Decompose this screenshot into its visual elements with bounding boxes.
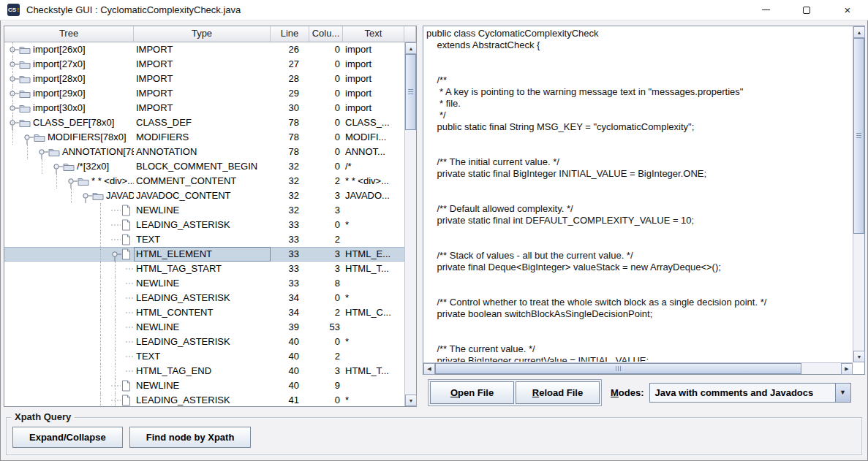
- column-header-text[interactable]: Text: [343, 26, 404, 42]
- tree-node[interactable]: [4, 364, 134, 378]
- tree-node[interactable]: /*[32x0]: [4, 159, 134, 174]
- tree-node[interactable]: import[28x0]: [4, 72, 134, 86]
- code-text[interactable]: public class CyclomaticComplexityCheck e…: [423, 26, 852, 362]
- tree-node[interactable]: [4, 320, 134, 335]
- tree-node[interactable]: [4, 349, 134, 364]
- minimize-button[interactable]: [745, 0, 786, 20]
- tree-row[interactable]: HTML_CONTENT342HTML_C...: [4, 305, 404, 320]
- expand-toggle-icon[interactable]: [7, 42, 19, 57]
- column-header-column[interactable]: Colu...: [309, 26, 343, 42]
- tree-node[interactable]: [4, 378, 134, 393]
- tree-node[interactable]: [4, 291, 134, 305]
- code-vertical-scrollbar[interactable]: ▲ ▼: [853, 26, 864, 362]
- cell-line: 39: [271, 320, 309, 335]
- tree-node[interactable]: JAVADOC_CONTENT: [4, 188, 134, 203]
- column-header-type[interactable]: Type: [134, 26, 271, 42]
- tree-row[interactable]: LEADING_ASTERISK340*: [4, 291, 404, 305]
- tree-node[interactable]: [4, 393, 134, 406]
- tree-row[interactable]: ANNOTATION[78x0]ANNOTATION780ANNOT...: [4, 145, 404, 159]
- tree-guide-line: [42, 159, 42, 174]
- reload-file-button[interactable]: Reload File: [516, 381, 600, 404]
- cell-type: NEWLINE: [134, 203, 271, 218]
- collapse-toggle-icon[interactable]: [7, 115, 19, 130]
- tree-row[interactable]: HTML_TAG_END403HTML_T...: [4, 364, 404, 378]
- collapse-toggle-icon[interactable]: [110, 247, 121, 262]
- tree-node[interactable]: [4, 232, 134, 247]
- tree-row[interactable]: /*[32x0]BLOCK_COMMENT_BEGIN320/*: [4, 159, 404, 174]
- scroll-up-icon[interactable]: ▲: [405, 42, 417, 54]
- find-node-by-xpath-button[interactable]: Find node by Xpath: [129, 427, 252, 448]
- close-button[interactable]: ×: [827, 0, 868, 20]
- collapse-toggle-icon[interactable]: [51, 159, 63, 174]
- tree-row[interactable]: CLASS_DEF[78x0]CLASS_DEF780CLASS_...: [4, 115, 404, 130]
- tree-row[interactable]: * * <div>...COMMENT_CONTENT322* * <div>.…: [4, 174, 404, 188]
- scroll-right-icon[interactable]: ▶: [841, 363, 853, 375]
- file-icon: [121, 205, 131, 216]
- expand-toggle-icon[interactable]: [7, 101, 19, 115]
- tree-row[interactable]: TEXT402: [4, 349, 404, 364]
- tree-row[interactable]: import[26x0]IMPORT260import: [4, 42, 404, 57]
- maximize-button[interactable]: [786, 0, 827, 20]
- scroll-left-icon[interactable]: ◀: [423, 363, 435, 375]
- combo-arrow-icon[interactable]: ▼: [835, 384, 850, 402]
- collapse-toggle-icon[interactable]: [37, 145, 48, 159]
- tree-node[interactable]: MODIFIERS[78x0]: [4, 130, 134, 145]
- tree-row[interactable]: LEADING_ASTERISK330*: [4, 218, 404, 232]
- cell-col: 3: [309, 203, 343, 218]
- tree-row[interactable]: NEWLINE3953: [4, 320, 404, 335]
- tree-row[interactable]: TEXT332: [4, 232, 404, 247]
- tree-guide-line: [100, 291, 101, 305]
- tree-row[interactable]: LEADING_ASTERISK410*: [4, 393, 404, 406]
- cell-col: 0: [309, 393, 343, 406]
- collapse-toggle-icon[interactable]: [22, 130, 34, 145]
- tree-row[interactable]: MODIFIERS[78x0]MODIFIERS780MODIFI...: [4, 130, 404, 145]
- tree-row[interactable]: LEADING_ASTERISK400*: [4, 335, 404, 349]
- tree-row[interactable]: import[30x0]IMPORT300import: [4, 101, 404, 115]
- scroll-down-icon[interactable]: ▼: [853, 351, 865, 362]
- code-horizontal-scrollbar[interactable]: ◀ ▶: [423, 362, 853, 374]
- column-header-tree[interactable]: Tree: [4, 26, 134, 42]
- tree-node[interactable]: [4, 247, 134, 262]
- tree-node[interactable]: [4, 203, 134, 218]
- tree-node[interactable]: import[30x0]: [4, 101, 134, 115]
- tree-node[interactable]: import[29x0]: [4, 86, 134, 101]
- cell-type: ANNOTATION: [134, 145, 271, 159]
- tree-row[interactable]: import[29x0]IMPORT290import: [4, 86, 404, 101]
- tree-node[interactable]: [4, 262, 134, 276]
- tree-node[interactable]: [4, 305, 134, 320]
- expand-collapse-button[interactable]: Expand/Collapse: [12, 427, 123, 448]
- tree-node[interactable]: * * <div>...: [4, 174, 134, 188]
- scroll-up-icon[interactable]: ▲: [853, 26, 865, 38]
- tree-node[interactable]: [4, 276, 134, 291]
- tree-scrollbar-thumb[interactable]: [405, 54, 416, 130]
- expand-toggle-icon[interactable]: [7, 72, 19, 86]
- column-header-line[interactable]: Line: [271, 26, 309, 42]
- scroll-down-icon[interactable]: ▼: [405, 395, 417, 406]
- tree-row[interactable]: NEWLINE338: [4, 276, 404, 291]
- collapse-toggle-icon[interactable]: [80, 188, 92, 203]
- tree-node[interactable]: [4, 335, 134, 349]
- tree-row[interactable]: import[28x0]IMPORT280import: [4, 72, 404, 86]
- tree-node[interactable]: import[26x0]: [4, 42, 134, 57]
- open-file-button[interactable]: Open File: [430, 381, 514, 404]
- tree-node[interactable]: ANNOTATION[78x0]: [4, 145, 134, 159]
- code-hscroll-thumb[interactable]: [435, 363, 801, 374]
- tree-row[interactable]: HTML_ELEMENT333HTML_E...: [4, 247, 404, 262]
- tree-row[interactable]: import[27x0]IMPORT270import: [4, 57, 404, 72]
- tree-node[interactable]: [4, 218, 134, 232]
- expand-toggle-icon[interactable]: [7, 86, 19, 101]
- tree-node[interactable]: import[27x0]: [4, 57, 134, 72]
- expand-toggle-icon[interactable]: [7, 57, 19, 72]
- tree-row[interactable]: JAVADOC_CONTENTJAVADOC_CONTENT323JAVADO.…: [4, 188, 404, 203]
- tree-node-label: * * <div>...: [91, 174, 134, 188]
- tree-row[interactable]: NEWLINE409: [4, 378, 404, 393]
- tree-node[interactable]: CLASS_DEF[78x0]: [4, 115, 134, 130]
- cell-text: JAVADO...: [343, 188, 404, 203]
- tree-row[interactable]: HTML_TAG_START333HTML_T...: [4, 262, 404, 276]
- code-vscroll-thumb[interactable]: [853, 38, 864, 234]
- tree-scrollbar[interactable]: ▲ ▼: [404, 42, 416, 406]
- file-button-group: Open File Reload File: [428, 379, 602, 406]
- modes-combobox[interactable]: Java with comments and Javadocs ▼: [649, 383, 851, 403]
- collapse-toggle-icon[interactable]: [66, 174, 78, 188]
- tree-row[interactable]: NEWLINE323: [4, 203, 404, 218]
